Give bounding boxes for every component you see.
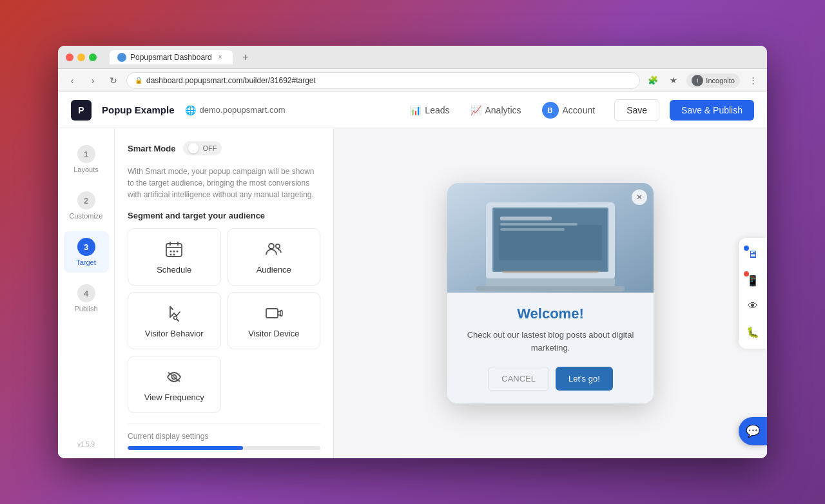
svg-point-10 [276, 244, 280, 248]
target-card-visitor-behavior[interactable]: Visitor Behavior [128, 292, 221, 349]
tab-close-button[interactable]: × [216, 53, 225, 62]
svg-rect-28 [500, 223, 578, 226]
header-url: 🌐 demo.popupsmart.com [185, 105, 286, 115]
target-card-view-frequency[interactable]: View Frequency [128, 356, 221, 413]
svg-rect-25 [486, 278, 615, 287]
svg-line-12 [177, 319, 179, 321]
logo-letter: P [78, 105, 84, 115]
new-tab-button[interactable]: + [238, 50, 253, 65]
bookmark-icon[interactable]: ★ [666, 73, 681, 88]
schedule-label: Schedule [157, 265, 191, 275]
browser-window: Popupsmart Dashboard × + ‹ › ↻ 🔒 dashboa… [58, 46, 767, 458]
view-frequency-icon [165, 367, 183, 387]
visitor-device-icon [265, 303, 283, 324]
smart-mode-row: Smart Mode OFF [128, 141, 320, 155]
display-bar-fill [128, 446, 243, 450]
sidebar-label-customize: Customize [70, 212, 103, 220]
nav-item-leads[interactable]: 📊 Leads [401, 101, 458, 119]
lock-icon: 🔒 [135, 77, 142, 84]
save-button[interactable]: Save [614, 99, 659, 121]
sidebar-item-layouts[interactable]: 1 Layouts [64, 139, 109, 180]
leads-label: Leads [425, 105, 449, 115]
minimize-window-button[interactable] [77, 53, 85, 61]
forward-button[interactable]: › [85, 73, 101, 88]
tab-label: Popupsmart Dashboard [130, 53, 212, 62]
popup-body: Welcome! Check out our lastest blog post… [447, 293, 654, 403]
traffic-lights [66, 53, 97, 61]
display-bar [128, 446, 320, 450]
audience-icon [265, 239, 283, 260]
svg-rect-29 [500, 228, 565, 231]
popup-close-button[interactable]: ✕ [632, 189, 647, 205]
close-window-button[interactable] [66, 53, 73, 61]
target-card-audience[interactable]: Audience [228, 228, 321, 286]
svg-point-7 [173, 254, 175, 256]
desktop-active-dot [744, 246, 749, 251]
chat-button[interactable]: 💬 [739, 417, 767, 445]
browser-titlebar: Popupsmart Dashboard × + [58, 46, 767, 69]
smart-mode-description: With Smart mode, your popup campaign wil… [128, 166, 320, 200]
popup-title: Welcome! [460, 305, 641, 322]
svg-rect-13 [266, 309, 278, 318]
browser-tab[interactable]: Popupsmart Dashboard × [110, 50, 233, 64]
save-publish-button[interactable]: Save & Publish [670, 100, 754, 121]
url-text: dashboard.popupsmart.com/builder/31692#t… [146, 76, 316, 85]
popup-image-container: ✕ [447, 183, 654, 293]
nav-item-analytics[interactable]: 📈 Analytics [461, 101, 530, 119]
sidebar-item-publish[interactable]: 4 Publish [64, 278, 109, 319]
step-num-2: 2 [77, 191, 95, 209]
svg-point-4 [170, 251, 172, 253]
svg-point-8 [177, 251, 179, 253]
analytics-icon: 📈 [471, 105, 481, 115]
popup-buttons: CANCEL Let's go! [460, 367, 641, 391]
current-display-title: Current display settings [128, 432, 320, 441]
svg-rect-27 [500, 217, 552, 220]
app-chrome: P Popup Example 🌐 demo.popupsmart.com 📊 … [58, 92, 767, 458]
app-title: Popup Example [102, 104, 175, 115]
preview-eye-button[interactable]: 👁 [741, 295, 764, 318]
schedule-icon [165, 239, 183, 260]
account-avatar: B [542, 102, 559, 119]
step-num-3: 3 [77, 238, 95, 256]
main-content: Smart Mode OFF With Smart mode, your pop… [115, 128, 767, 458]
back-button[interactable]: ‹ [64, 73, 80, 88]
toggle-circle [188, 143, 199, 153]
svg-point-9 [269, 244, 274, 249]
account-initial: B [548, 106, 553, 114]
target-grid: Schedule [128, 228, 320, 413]
step-num-4: 4 [77, 284, 95, 302]
visitor-behavior-icon [165, 303, 183, 324]
preview-toolbar: 🖥 📱 👁 🐛 [739, 238, 767, 349]
sidebar: 1 Layouts 2 Customize 3 Target 4 Publish… [58, 128, 115, 458]
globe-icon: 🌐 [185, 105, 196, 115]
extensions-icon[interactable]: 🧩 [645, 73, 661, 88]
visitor-behavior-label: Visitor Behavior [145, 329, 204, 338]
smart-mode-label: Smart Mode [128, 144, 175, 153]
preview-area: ✕ Welcome! Check out our lastest blog po… [334, 128, 767, 458]
svg-rect-26 [476, 286, 625, 291]
target-card-visitor-device[interactable]: Visitor Device [228, 292, 321, 349]
desktop-view-button[interactable]: 🖥 [741, 243, 764, 266]
reload-button[interactable]: ↻ [106, 73, 121, 88]
target-card-schedule[interactable]: Schedule [128, 228, 221, 286]
popup-preview: ✕ Welcome! Check out our lastest blog po… [447, 183, 654, 403]
popup-go-button[interactable]: Let's go! [556, 367, 613, 391]
audience-label: Audience [257, 265, 291, 275]
smart-mode-toggle[interactable]: OFF [183, 141, 222, 155]
header-nav: 📊 Leads 📈 Analytics B Account [401, 98, 604, 122]
app-logo: P [71, 100, 92, 121]
maximize-window-button[interactable] [89, 53, 97, 61]
popup-cancel-button[interactable]: CANCEL [488, 367, 549, 391]
more-options-icon[interactable]: ⋮ [745, 73, 761, 88]
sidebar-item-customize[interactable]: 2 Customize [64, 185, 109, 226]
account-label: Account [563, 105, 596, 115]
svg-point-6 [170, 254, 172, 256]
sidebar-item-target[interactable]: 3 Target [64, 231, 109, 273]
incognito-label: Incognito [706, 77, 735, 84]
debug-button[interactable]: 🐛 [741, 320, 764, 344]
incognito-badge[interactable]: I Incognito [686, 73, 740, 88]
address-bar[interactable]: 🔒 dashboard.popupsmart.com/builder/31692… [126, 72, 640, 89]
nav-item-account[interactable]: B Account [533, 98, 605, 122]
mobile-view-button[interactable]: 📱 [741, 269, 764, 292]
sidebar-label-publish: Publish [74, 305, 97, 313]
